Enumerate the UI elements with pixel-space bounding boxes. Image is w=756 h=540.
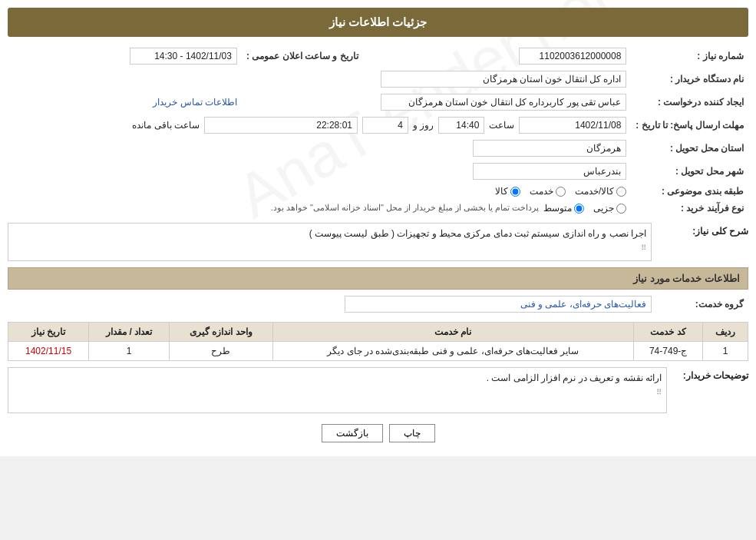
mohlat-remaining-label: ساعت باقی مانده xyxy=(132,120,200,131)
ostan-label: استان محل تحویل : xyxy=(631,137,748,160)
group-khadamat-label: گروه خدمت: xyxy=(656,293,748,316)
cell-1: ج-749-74 xyxy=(633,342,703,361)
group-khadamat-value: فعالیت‌های حرفه‌ای، علمی و فنی xyxy=(8,293,656,316)
cell-0: 1 xyxy=(703,342,748,361)
cell-3: طرح xyxy=(170,342,273,361)
ijad-konande-input: عباس تقی پور کاربرداره کل انتقال خون است… xyxy=(381,94,626,111)
tarikh-label: تاریخ و ساعت اعلان عمومی : xyxy=(242,45,363,68)
ostan-input: هرمزگان xyxy=(473,140,626,157)
radio-kala[interactable]: کالا xyxy=(495,186,520,197)
col-naam: نام خدمت xyxy=(272,323,633,342)
farayand-label: نوع فرآیند خرید : xyxy=(631,200,748,217)
col-radif: ردیف xyxy=(703,323,748,342)
ettelaat-tamas-link[interactable]: اطلاعات تماس خریدار xyxy=(153,97,237,108)
sharh-niaz-box: اجرا نصب و راه اندازی سیستم ثبت دمای مرک… xyxy=(8,223,652,261)
cell-2: سایر فعالیت‌های حرفه‌ای، علمی و فنی طبقه… xyxy=(272,342,633,361)
page-title: جزئیات اطلاعات نیاز xyxy=(8,8,748,37)
buyer-notes-content: ارائه نقشه و تعریف در نرم افزار الزامی ا… xyxy=(8,367,667,413)
cell-4: 1 xyxy=(89,342,170,361)
buttons-row: چاپ بازگشت xyxy=(8,424,748,442)
cell-5: 1402/11/15 xyxy=(8,342,89,361)
nam-dastgah-label: نام دستگاه خریدار : xyxy=(631,68,748,91)
shahr-label: شهر محل تحویل : xyxy=(631,160,748,183)
khadamat-section-header: اطلاعات خدمات مورد نیاز xyxy=(8,267,748,290)
mohlat-days-input: 4 xyxy=(362,117,408,134)
radio-khedmat[interactable]: خدمت xyxy=(530,186,566,197)
buyer-notes-label: توضیحات خریدار: xyxy=(672,367,748,381)
ettelaat-tamas-cell: اطلاعات تماس خریدار xyxy=(8,91,242,114)
nam-dastgah-value: اداره کل انتقال خون استان هرمزگان xyxy=(8,68,631,91)
services-section: ردیف کد خدمت نام خدمت واحد اندازه گیری ت… xyxy=(8,322,748,361)
kala-label: کالا xyxy=(495,186,508,197)
tarikh-input: 1402/11/03 - 14:30 xyxy=(130,48,237,65)
back-button[interactable]: بازگشت xyxy=(322,424,383,442)
radio-jozii[interactable]: جزیی xyxy=(593,203,626,214)
radio-motavaset[interactable]: متوسط xyxy=(543,203,584,214)
mohlat-time-input: 14:40 xyxy=(438,117,484,134)
tabaqe-label: طبقه بندی موضوعی : xyxy=(631,183,748,200)
farayand-note: پرداخت تمام یا بخشی از مبلغ خریدار از مح… xyxy=(271,203,540,213)
sharh-niaz-text: اجرا نصب و راه اندازی سیستم ثبت دمای مرک… xyxy=(309,228,646,239)
khedmat-label: خدمت xyxy=(530,186,553,197)
mohlat-date-input: 1402/11/08 xyxy=(519,117,626,134)
buyer-notes-section: توضیحات خریدار: ارائه نقشه و تعریف در نر… xyxy=(8,367,748,413)
group-khadamat-link[interactable]: فعالیت‌های حرفه‌ای، علمی و فنی xyxy=(345,296,652,313)
saaat-label: ساعت xyxy=(489,120,514,131)
motavaset-label: متوسط xyxy=(543,203,572,214)
shomara-niaz-input: 1102003612000008 xyxy=(519,48,626,65)
buyer-notes-text: ارائه نقشه و تعریف در نرم افزار الزامی ا… xyxy=(487,373,662,383)
col-vahad: واحد اندازه گیری xyxy=(170,323,273,342)
mohlat-clock-input: 22:28:01 xyxy=(204,117,358,134)
jozii-label: جزیی xyxy=(593,203,614,214)
shomara-niaz-label: شماره نیاز : xyxy=(631,45,748,68)
shahr-input: بندرعباس xyxy=(473,163,626,180)
col-kod: کد خدمت xyxy=(633,323,703,342)
notes-resize-icon[interactable]: ⠿ xyxy=(656,388,662,396)
radio-kala-khedmat[interactable]: کالا/خدمت xyxy=(575,186,626,197)
ijad-konande-label: ایجاد کننده درخواست : xyxy=(631,91,748,114)
col-tarikh: تاریخ نیاز xyxy=(8,323,89,342)
kala-khedmat-label: کالا/خدمت xyxy=(575,186,614,197)
tarikh-value: 1402/11/03 - 14:30 xyxy=(8,45,242,68)
ijad-konande-value: عباس تقی پور کاربرداره کل انتقال خون است… xyxy=(242,91,631,114)
shomara-niaz-value: 1102003612000008 xyxy=(363,45,632,68)
sharh-resize-icon[interactable]: ⠿ xyxy=(641,243,646,252)
roz-label: روز و xyxy=(413,120,434,131)
col-tedad: تعداد / مقدار xyxy=(89,323,170,342)
table-row: 1ج-749-74سایر فعالیت‌های حرفه‌ای، علمی و… xyxy=(8,342,748,361)
mohlat-label: مهلت ارسال پاسخ: تا تاریخ : xyxy=(631,114,748,137)
nam-dastgah-input: اداره کل انتقال خون استان هرمزگان xyxy=(381,71,626,88)
print-button[interactable]: چاپ xyxy=(389,424,435,442)
sharh-niaz-label: شرح کلی نیاز: xyxy=(656,223,748,237)
